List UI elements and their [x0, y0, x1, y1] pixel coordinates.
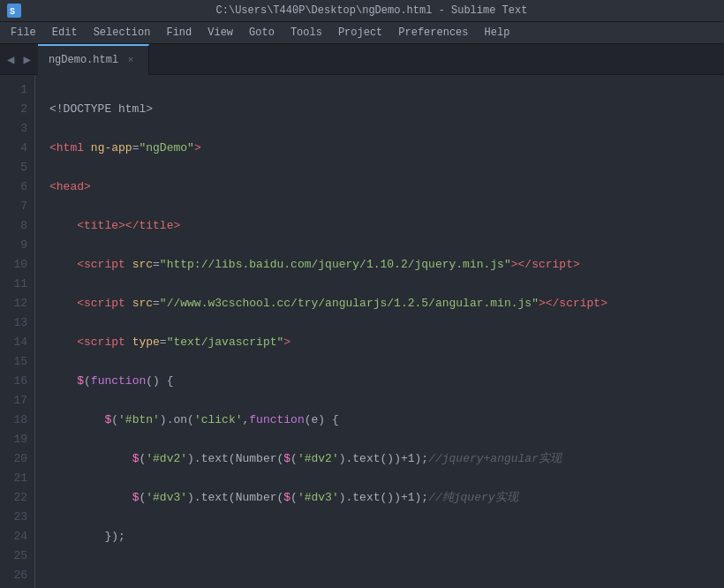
- line-numbers: 1 2 3 4 5 6 7 8 9 10 11 12 13 14 15 16 1…: [0, 75, 35, 588]
- line-num: 15: [11, 352, 27, 372]
- line-num: 19: [11, 430, 27, 449]
- nav-forward[interactable]: ▶: [19, 50, 34, 69]
- line-num: 22: [11, 488, 27, 508]
- line-num: 23: [11, 508, 27, 527]
- line-num: 3: [11, 119, 27, 139]
- app-icon: S: [7, 4, 21, 18]
- tab-bar: ◀ ▶ ngDemo.html ×: [0, 44, 724, 75]
- tab-close[interactable]: ×: [124, 53, 138, 67]
- code-line: <!DOCTYPE html>: [49, 100, 724, 119]
- menu-tools[interactable]: Tools: [283, 24, 329, 41]
- line-num: 21: [11, 469, 27, 488]
- code-line: <title></title>: [49, 216, 724, 236]
- line-num: 14: [11, 333, 27, 352]
- code-line: $('#dv3').text(Number($('#dv3').text())+…: [49, 488, 724, 508]
- line-num: 4: [11, 139, 27, 158]
- code-container[interactable]: 1 2 3 4 5 6 7 8 9 10 11 12 13 14 15 16 1…: [0, 75, 724, 588]
- line-num: 11: [11, 275, 27, 294]
- menu-selection[interactable]: Selection: [87, 24, 158, 41]
- line-num: 16: [11, 372, 27, 391]
- title-bar: S C:\Users\T440P\Desktop\ngDemo.html - S…: [0, 0, 724, 22]
- line-num: 7: [11, 197, 27, 216]
- window-title: C:\Users\T440P\Desktop\ngDemo.html - Sub…: [26, 4, 717, 17]
- code-line: });: [49, 527, 724, 547]
- menu-find[interactable]: Find: [159, 24, 199, 41]
- code-line: <script src="//www.w3cschool.cc/try/angu…: [49, 294, 724, 313]
- code-line: <script type="text/javascript">: [49, 333, 724, 352]
- line-num: 12: [11, 294, 27, 313]
- line-num: 8: [11, 216, 27, 236]
- menu-view[interactable]: View: [200, 24, 240, 41]
- line-num: 5: [11, 158, 27, 177]
- code-line: $(function() {: [49, 372, 724, 391]
- line-num: 24: [11, 527, 27, 547]
- menu-preferences[interactable]: Preferences: [391, 24, 475, 41]
- tab-ngdemo[interactable]: ngDemo.html ×: [38, 44, 149, 75]
- nav-back[interactable]: ◀: [4, 50, 18, 69]
- line-num: 2: [11, 100, 27, 119]
- svg-text:S: S: [10, 7, 15, 17]
- line-num: 10: [11, 255, 27, 275]
- line-num: 18: [11, 411, 27, 430]
- code-line: <script src="http://libs.baidu.com/jquer…: [49, 255, 724, 275]
- line-num: 1: [11, 80, 27, 100]
- code-line: <head>: [49, 177, 724, 197]
- line-num: 26: [11, 566, 27, 585]
- menu-goto[interactable]: Goto: [242, 24, 282, 41]
- nav-arrows: ◀ ▶: [0, 50, 38, 69]
- tab-label: ngDemo.html: [49, 54, 118, 66]
- line-num: 13: [11, 313, 27, 333]
- menu-help[interactable]: Help: [478, 24, 517, 41]
- line-num: 17: [11, 391, 27, 411]
- menu-edit[interactable]: Edit: [45, 24, 85, 41]
- menu-bar: File Edit Selection Find View Goto Tools…: [0, 22, 724, 44]
- code-line: $('#dv2').text(Number($('#dv2').text())+…: [49, 449, 724, 469]
- line-num: 25: [11, 547, 27, 566]
- line-num: 9: [11, 236, 27, 255]
- code-content[interactable]: <!DOCTYPE html> <html ng-app="ngDemo"> <…: [35, 75, 724, 588]
- menu-file[interactable]: File: [4, 24, 43, 41]
- menu-project[interactable]: Project: [331, 24, 389, 41]
- line-num: 20: [11, 449, 27, 469]
- code-line: $('#btn').on('click',function(e) {: [49, 411, 724, 430]
- line-num: 6: [11, 177, 27, 197]
- editor: 1 2 3 4 5 6 7 8 9 10 11 12 13 14 15 16 1…: [0, 75, 724, 588]
- code-line: <html ng-app="ngDemo">: [49, 139, 724, 158]
